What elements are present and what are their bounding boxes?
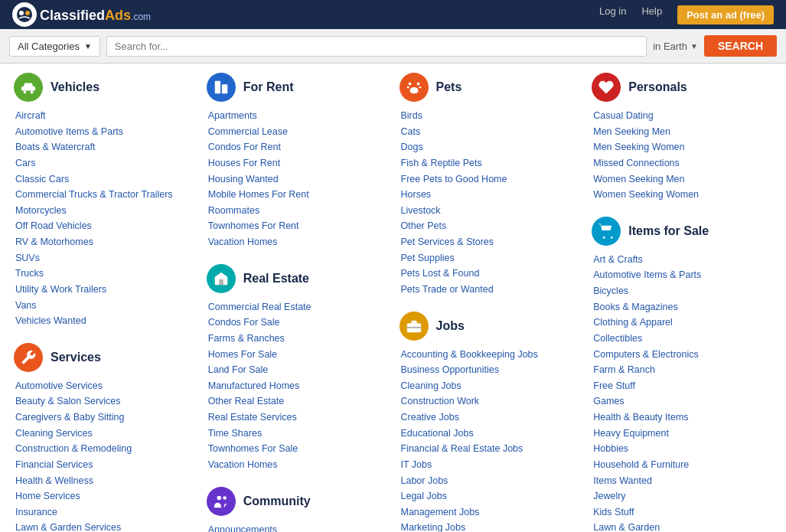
list-item[interactable]: Missed Connections bbox=[593, 155, 772, 171]
list-item[interactable]: Other Real Estate bbox=[208, 393, 387, 410]
list-item[interactable]: Cats bbox=[401, 124, 580, 140]
list-item[interactable]: Manufactured Homes bbox=[208, 378, 387, 394]
list-item[interactable]: Free Pets to Good Home bbox=[401, 171, 580, 188]
list-item[interactable]: Other Pets bbox=[401, 218, 580, 234]
post-ad-button[interactable]: Post an ad (free) bbox=[677, 5, 774, 24]
list-item[interactable]: Aircraft bbox=[15, 108, 194, 124]
list-item[interactable]: Birds bbox=[401, 108, 580, 124]
list-item[interactable]: Games bbox=[593, 393, 772, 410]
list-item[interactable]: Commercial Trucks & Tractor Trailers bbox=[15, 187, 194, 203]
list-item[interactable]: Condos For Sale bbox=[208, 315, 387, 331]
list-item[interactable]: Trucks bbox=[15, 266, 194, 282]
list-item[interactable]: Housing Wanted bbox=[208, 171, 387, 188]
list-item[interactable]: Time Shares bbox=[208, 426, 387, 442]
list-item[interactable]: Insurance bbox=[15, 504, 194, 521]
list-item[interactable]: Labor Jobs bbox=[401, 473, 580, 489]
list-item[interactable]: Vacation Homes bbox=[208, 234, 387, 250]
list-item[interactable]: Farms & Ranches bbox=[208, 331, 387, 347]
list-item[interactable]: Cars bbox=[15, 155, 194, 171]
list-item[interactable]: Household & Furniture bbox=[593, 457, 772, 473]
list-item[interactable]: IT Jobs bbox=[401, 457, 580, 473]
list-item[interactable]: Heavy Equipment bbox=[593, 426, 772, 442]
list-item[interactable]: Lawn & Garden bbox=[593, 520, 772, 532]
list-item[interactable]: Jewelry bbox=[593, 488, 772, 504]
list-item[interactable]: Financial & Real Estate Jobs bbox=[401, 441, 580, 457]
list-item[interactable]: Beauty & Salon Services bbox=[15, 393, 194, 410]
list-item[interactable]: Kids Stuff bbox=[593, 504, 772, 521]
list-item[interactable]: Fish & Reptile Pets bbox=[401, 155, 580, 171]
list-item[interactable]: Apartments bbox=[208, 108, 387, 124]
list-item[interactable]: Bicycles bbox=[593, 283, 772, 299]
list-item[interactable]: Vans bbox=[15, 298, 194, 314]
list-item[interactable]: Financial Services bbox=[15, 457, 194, 473]
list-item[interactable]: Health & Beauty Items bbox=[593, 410, 772, 426]
list-item[interactable]: SUVs bbox=[15, 250, 194, 266]
list-item[interactable]: Legal Jobs bbox=[401, 488, 580, 504]
list-item[interactable]: Livestock bbox=[401, 203, 580, 219]
list-item[interactable]: Pet Services & Stores bbox=[401, 234, 580, 250]
list-item[interactable]: Men Seeking Men bbox=[593, 124, 772, 140]
list-item[interactable]: Horses bbox=[401, 187, 580, 203]
list-item[interactable]: Men Seeking Women bbox=[593, 139, 772, 155]
list-item[interactable]: Automotive Items & Parts bbox=[593, 267, 772, 283]
list-item[interactable]: Accounting & Bookkeeping Jobs bbox=[401, 347, 580, 363]
list-item[interactable]: Classic Cars bbox=[15, 171, 194, 188]
list-item[interactable]: Real Estate Services bbox=[208, 410, 387, 426]
list-item[interactable]: Townhomes For Sale bbox=[208, 441, 387, 457]
list-item[interactable]: Houses For Rent bbox=[208, 155, 387, 171]
location-selector[interactable]: in Earth ▼ bbox=[653, 41, 698, 52]
list-item[interactable]: Condos For Rent bbox=[208, 139, 387, 155]
list-item[interactable]: Books & Magazines bbox=[593, 299, 772, 315]
help-link[interactable]: Help bbox=[641, 5, 662, 24]
list-item[interactable]: Collectibles bbox=[593, 331, 772, 347]
category-dropdown[interactable]: All Categories ▼ bbox=[9, 36, 100, 57]
list-item[interactable]: Townhomes For Rent bbox=[208, 218, 387, 234]
list-item[interactable]: Cleaning Jobs bbox=[401, 378, 580, 394]
list-item[interactable]: Roommates bbox=[208, 203, 387, 219]
list-item[interactable]: Hobbies bbox=[593, 441, 772, 457]
list-item[interactable]: Clothing & Apparel bbox=[593, 315, 772, 331]
list-item[interactable]: Dogs bbox=[401, 139, 580, 155]
list-item[interactable]: Vehicles Wanted bbox=[15, 313, 194, 329]
list-item[interactable]: Free Stuff bbox=[593, 378, 772, 394]
list-item[interactable]: RV & Motorhomes bbox=[15, 234, 194, 250]
list-item[interactable]: Pets Trade or Wanted bbox=[401, 282, 580, 298]
search-button[interactable]: SEARCH bbox=[704, 35, 777, 57]
list-item[interactable]: Commercial Lease bbox=[208, 124, 387, 140]
list-item[interactable]: Commercial Real Estate bbox=[208, 299, 387, 315]
list-item[interactable]: Utility & Work Trailers bbox=[15, 282, 194, 298]
list-item[interactable]: Educational Jobs bbox=[401, 426, 580, 442]
list-item[interactable]: Art & Crafts bbox=[593, 252, 772, 268]
list-item[interactable]: Home Services bbox=[15, 488, 194, 504]
list-item[interactable]: Mobile Homes For Rent bbox=[208, 187, 387, 203]
list-item[interactable]: Management Jobs bbox=[401, 504, 580, 521]
list-item[interactable]: Business Opportunities bbox=[401, 362, 580, 378]
list-item[interactable]: Casual Dating bbox=[593, 108, 772, 124]
list-item[interactable]: Women Seeking Men bbox=[593, 171, 772, 188]
list-item[interactable]: Computers & Electronics bbox=[593, 347, 772, 363]
list-item[interactable]: Announcements bbox=[208, 522, 387, 533]
list-item[interactable]: Boats & Watercraft bbox=[15, 139, 194, 155]
list-item[interactable]: Automotive Services bbox=[15, 378, 194, 394]
list-item[interactable]: Construction Work bbox=[401, 393, 580, 410]
list-item[interactable]: Construction & Remodeling bbox=[15, 441, 194, 457]
search-input[interactable] bbox=[106, 36, 647, 57]
list-item[interactable]: Marketing Jobs bbox=[401, 520, 580, 532]
list-item[interactable]: Women Seeking Women bbox=[593, 187, 772, 203]
list-item[interactable]: Lawn & Garden Services bbox=[15, 520, 194, 532]
list-item[interactable]: Off Road Vehicles bbox=[15, 218, 194, 234]
list-item[interactable]: Automotive Items & Parts bbox=[15, 124, 194, 140]
list-item[interactable]: Motorcycles bbox=[15, 203, 194, 219]
list-item[interactable]: Vacation Homes bbox=[208, 457, 387, 473]
list-item[interactable]: Farm & Ranch bbox=[593, 362, 772, 378]
list-item[interactable]: Creative Jobs bbox=[401, 410, 580, 426]
list-item[interactable]: Caregivers & Baby Sitting bbox=[15, 410, 194, 426]
list-item[interactable]: Health & Wellness bbox=[15, 473, 194, 489]
login-link[interactable]: Log in bbox=[599, 5, 626, 24]
list-item[interactable]: Items Wanted bbox=[593, 473, 772, 489]
list-item[interactable]: Cleaning Services bbox=[15, 426, 194, 442]
list-item[interactable]: Homes For Sale bbox=[208, 347, 387, 363]
list-item[interactable]: Pet Supplies bbox=[401, 250, 580, 266]
list-item[interactable]: Land For Sale bbox=[208, 362, 387, 378]
list-item[interactable]: Pets Lost & Found bbox=[401, 266, 580, 282]
